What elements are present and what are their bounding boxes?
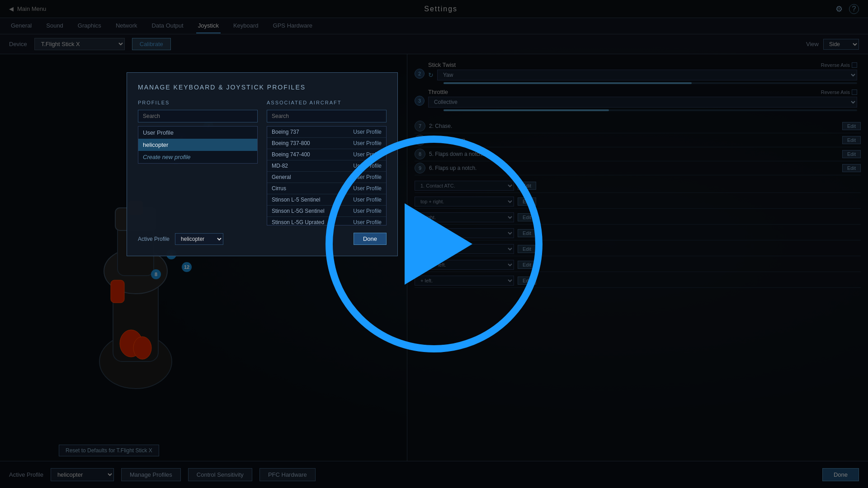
modal-columns: PROFILES User Profile helicopter Create … [138,100,387,225]
aircraft-profile-1: User Profile [353,129,382,135]
profile-item-user[interactable]: User Profile [138,127,257,139]
aircraft-profile-7: User Profile [353,197,382,203]
modal-overlay: MANAGE KEYBOARD & JOYSTICK PROFILES PROF… [0,0,868,488]
aircraft-profile-9: User Profile [353,219,382,225]
aircraft-name-6: Cirrus [272,185,353,192]
profile-item-create[interactable]: Create new profile [138,151,257,163]
modal-footer: Active Profile helicopter Done [138,233,387,245]
aircraft-column: ASSOCIATED AIRCRAFT Boeing 737 User Prof… [267,100,387,225]
aircraft-name-3: Boeing 747-400 [272,151,353,158]
aircraft-search-input[interactable] [267,110,387,122]
aircraft-name-7: Stinson L-5 Sentinel [272,197,353,203]
aircraft-row-3: Boeing 747-400 User Profile [267,149,386,160]
aircraft-profile-6: User Profile [353,185,382,192]
aircraft-profile-4: User Profile [353,163,382,169]
profiles-column: PROFILES User Profile helicopter Create … [138,100,258,225]
profile-list: User Profile helicopter Create new profi… [138,126,258,164]
aircraft-row-9: Stinson L-5G Uprated User Profile [267,217,386,225]
modal-active-profile-label: Active Profile [138,236,170,242]
aircraft-header: ASSOCIATED AIRCRAFT [267,100,387,105]
aircraft-name-4: MD-82 [272,163,353,169]
aircraft-name-2: Boeing 737-800 [272,140,353,146]
aircraft-row-4: MD-82 User Profile [267,160,386,172]
modal-done-button[interactable]: Done [354,233,387,245]
modal-dialog: MANAGE KEYBOARD & JOYSTICK PROFILES PROF… [127,72,398,256]
aircraft-row-8: Stinson L-5G Sentinel User Profile [267,206,386,217]
aircraft-name-8: Stinson L-5G Sentinel [272,208,353,214]
profiles-search-input[interactable] [138,110,258,122]
modal-active-profile-select[interactable]: helicopter [175,233,223,245]
modal-title: MANAGE KEYBOARD & JOYSTICK PROFILES [138,84,387,91]
aircraft-profile-8: User Profile [353,208,382,214]
aircraft-name-9: Stinson L-5G Uprated [272,219,353,225]
profiles-header: PROFILES [138,100,258,105]
aircraft-profile-5: User Profile [353,174,382,180]
aircraft-name-5: General [272,174,353,180]
aircraft-profile-2: User Profile [353,140,382,146]
aircraft-row-1: Boeing 737 User Profile [267,127,386,138]
aircraft-row-5: General User Profile [267,172,386,183]
aircraft-name-1: Boeing 737 [272,129,353,135]
aircraft-list: Boeing 737 User Profile Boeing 737-800 U… [267,126,387,225]
profile-item-helicopter[interactable]: helicopter [138,139,257,151]
aircraft-profile-3: User Profile [353,151,382,158]
aircraft-row-6: Cirrus User Profile [267,183,386,194]
aircraft-row-7: Stinson L-5 Sentinel User Profile [267,194,386,206]
aircraft-row-2: Boeing 737-800 User Profile [267,138,386,149]
